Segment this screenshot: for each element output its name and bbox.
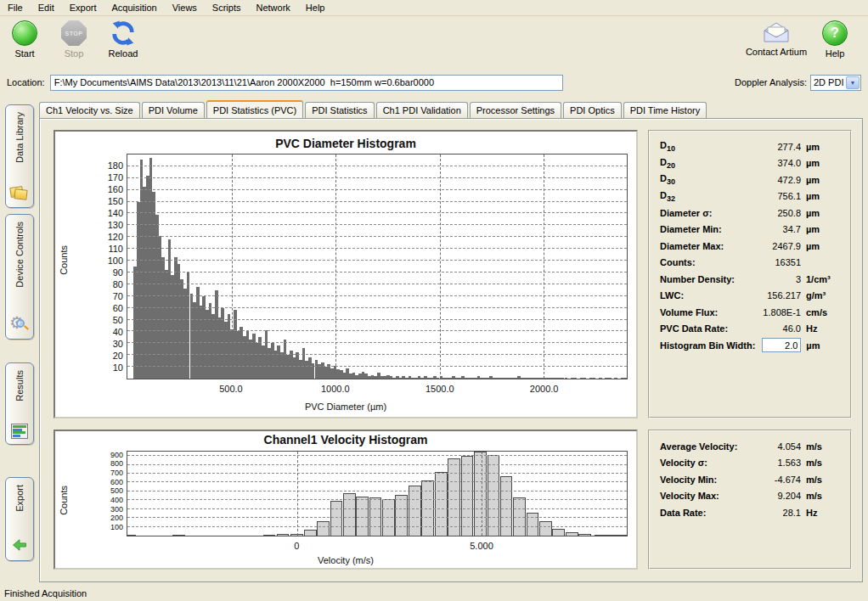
tab-pdi-optics[interactable]: PDI Optics (563, 102, 622, 118)
stat-label-subscript: 10 (667, 144, 675, 153)
menu-item-views[interactable]: Views (165, 1, 205, 14)
stat-unit: m/s (806, 458, 843, 468)
sidebar-item-label: Device Controls (14, 222, 25, 288)
contact-artium-button[interactable]: Contact Artium (742, 20, 810, 70)
sidebar-item-export[interactable]: Export (5, 477, 34, 561)
sidebar-item-device-controls[interactable]: Device Controls⚙ (5, 214, 34, 340)
sidebar-item-label: Export (14, 485, 25, 512)
location-label: Location: (0, 77, 50, 87)
stat-label-subscript: 32 (667, 194, 675, 203)
pvc-stat-row: Diameter σ:250.8µm (660, 205, 843, 222)
y-tick-label: 70 (99, 291, 123, 301)
histogram-bar (461, 456, 474, 536)
menu-item-acquisition[interactable]: Acquisition (104, 1, 165, 14)
folders-icon (10, 185, 29, 202)
gridline (482, 452, 482, 536)
pvc-stat-row: Histogram Bin Width:µm (660, 337, 843, 354)
menu-item-export[interactable]: Export (62, 1, 104, 14)
stop-icon: STOP (61, 20, 87, 46)
gridline (127, 224, 627, 225)
tab-pdi-time-history[interactable]: PDI Time History (623, 102, 707, 118)
tab-processor-settings[interactable]: Processor Settings (470, 102, 561, 118)
sidebar-item-data-library[interactable]: Data Library (5, 104, 34, 208)
help-button[interactable]: ? Help (810, 20, 860, 70)
stat-value: 4.054 (755, 441, 806, 452)
gridline (127, 526, 627, 527)
stat-label: D32 (660, 190, 755, 203)
stat-unit: Hz (806, 323, 843, 334)
stat-label: Average Velocity: (660, 441, 755, 452)
stat-unit: Hz (806, 508, 843, 518)
gridline (127, 517, 627, 518)
reload-button[interactable]: Reload (99, 20, 148, 70)
tab-pdi-statistics-pvc-[interactable]: PDI Statistics (PVC) (206, 100, 303, 118)
menu-item-scripts[interactable]: Scripts (205, 1, 249, 14)
stat-value: 156.217 (755, 290, 806, 300)
histogram-bar (527, 513, 539, 536)
histogram-bin-width-input[interactable] (762, 338, 801, 352)
pvc-stat-row: D10277.4µm (660, 138, 843, 155)
histogram-bar (608, 378, 612, 379)
y-tick-label: 100 (99, 523, 123, 531)
y-tick-label: 80 (99, 279, 123, 289)
stat-label: Diameter Min: (660, 224, 755, 234)
start-button[interactable]: Start (0, 20, 49, 70)
menu-item-edit[interactable]: Edit (31, 1, 62, 14)
stat-value: 46.0 (755, 323, 806, 334)
pvc-xaxis-label: PVC Diameter (µm) (55, 402, 636, 412)
histogram-bar (607, 535, 620, 536)
gridline (127, 508, 627, 509)
histogram-bar (277, 534, 290, 536)
y-tick-label: 30 (99, 339, 123, 349)
y-tick-label: 800 (99, 459, 123, 468)
stat-label-subscript: 30 (667, 177, 675, 186)
sidebar-item-results[interactable]: Results (5, 362, 34, 445)
y-tick-label: 50 (99, 315, 123, 325)
gridline (127, 166, 627, 166)
folder-front-icon (14, 188, 27, 200)
stop-button: STOP Stop (49, 20, 99, 70)
menu-item-help[interactable]: Help (298, 1, 333, 14)
stat-unit: 1/cm³ (806, 274, 843, 284)
histogram-bar (539, 521, 552, 536)
gridline (127, 455, 627, 456)
envelope-icon (762, 20, 791, 44)
status-bar: Finished Acquisition (0, 585, 868, 601)
location-row: Location: Doppler Analysis: 2D PDI ▼ (0, 71, 868, 93)
gridline (127, 212, 627, 213)
gridline (127, 354, 627, 355)
sidebar-item-label: Data Library (14, 112, 25, 163)
histogram-bar (448, 458, 460, 536)
stat-value: 2467.9 (755, 241, 806, 251)
y-tick-label: 300 (99, 505, 123, 514)
stat-unit: m/s (806, 475, 843, 485)
histogram-bar (317, 521, 330, 536)
stat-unit: g/m³ (806, 290, 843, 300)
menu-item-network[interactable]: Network (248, 1, 297, 14)
doppler-analysis-select[interactable]: 2D PDI ▼ (810, 75, 861, 91)
tab-ch1-velocity-vs-size[interactable]: Ch1 Velocity vs. Size (39, 102, 140, 118)
menu-item-file[interactable]: File (0, 1, 31, 14)
stat-unit: µm (806, 208, 843, 218)
histogram-bar (623, 378, 627, 379)
tab-pdi-volume[interactable]: PDI Volume (142, 102, 205, 118)
gridline (127, 236, 627, 237)
stat-value: 34.7 (755, 224, 806, 234)
stat-value: 277.4 (755, 142, 806, 152)
histogram-bar (488, 455, 500, 536)
velocity-stat-row: Average Velocity:4.054m/s (660, 438, 843, 455)
tab-ch1-pdi-validation[interactable]: Ch1 PDI Validation (376, 102, 468, 118)
stat-label: Velocity Min: (660, 475, 755, 485)
location-input[interactable] (50, 75, 563, 91)
histogram-bar (593, 378, 596, 379)
gridline (127, 473, 627, 474)
chevron-down-icon[interactable]: ▼ (846, 76, 860, 89)
doppler-analysis-label: Doppler Analysis: (735, 77, 810, 87)
start-label: Start (14, 48, 34, 59)
stat-label: Diameter Max: (660, 241, 755, 251)
gridline (440, 154, 441, 379)
y-tick-label: 600 (99, 478, 123, 486)
stat-value: -4.674 (755, 475, 806, 485)
histogram-bar (599, 378, 602, 379)
tab-pdi-statistics[interactable]: PDI Statistics (305, 102, 374, 118)
